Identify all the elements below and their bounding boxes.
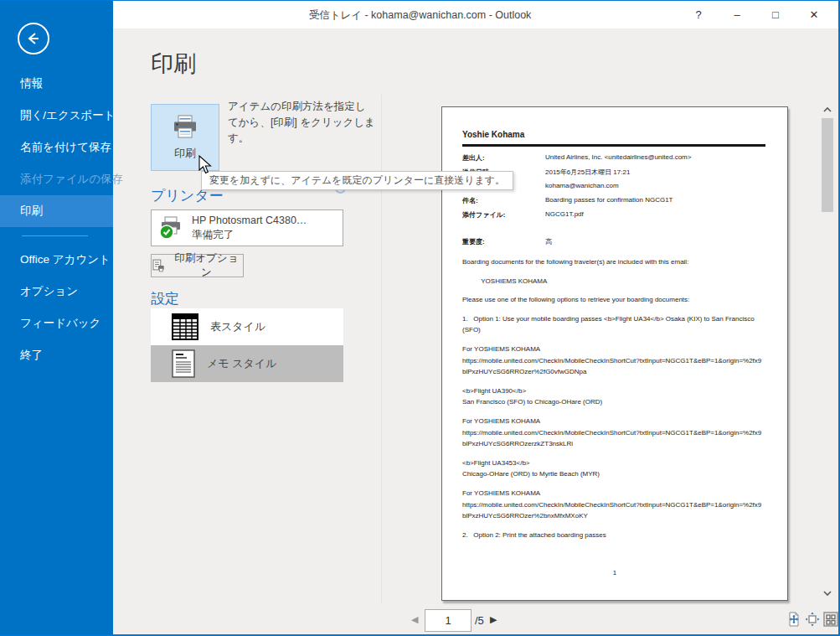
print-options-label: 印刷オプション	[170, 251, 243, 280]
print-tooltip: 変更を加えずに、アイテムを既定のプリンターに直接送ります。	[201, 171, 513, 190]
window-controls: ? – □ ✕	[679, 1, 833, 28]
close-button[interactable]: ✕	[795, 1, 833, 28]
mail-body-line: (SFO)	[462, 324, 770, 336]
mail-body-line: blPxzHUYcSG6RROzer%2fG0vfwGDNpa	[462, 366, 770, 378]
table-style-label: 表スタイル	[210, 319, 265, 334]
importance-value: 高	[545, 237, 552, 246]
memo-style-option[interactable]: メモ スタイル	[151, 345, 343, 382]
sidebar-item[interactable]: 印刷	[0, 195, 113, 227]
print-style-list: 表スタイル メモ スタイル	[151, 308, 343, 382]
mail-body-line: 1. Option 1: Use your mobile boarding pa…	[462, 313, 770, 325]
mail-body-line: blPxzHUYcSG6RROzer%2bnxMfxMXoKY	[462, 510, 770, 522]
mail-body-line	[462, 450, 770, 458]
sidebar-item[interactable]: 添付ファイルの保存	[0, 163, 113, 195]
minimize-button[interactable]: –	[718, 1, 756, 28]
scroll-up-icon[interactable]	[823, 106, 832, 113]
actual-size-button[interactable]	[786, 611, 802, 628]
preview-page-number: 1	[442, 569, 787, 577]
back-button[interactable]	[18, 23, 49, 54]
outlook-backstage-window: 受信トレイ - kohama@wanichan.com - Outlook ? …	[0, 0, 840, 636]
sidebar-item[interactable]: Office アカウント	[0, 244, 113, 276]
print-description: アイテムの印刷方法を指定し てから、[印刷] をクリックしま す。	[228, 99, 375, 147]
help-button[interactable]: ?	[679, 1, 718, 28]
backstage-sidebar: 情報 開く/エクスポート 名前を付けて保存 添付ファイルの保存 印刷 Offic…	[0, 1, 113, 634]
table-style-option[interactable]: 表スタイル	[151, 308, 343, 345]
scrollbar-thumb[interactable]	[822, 118, 833, 212]
memo-style-label: メモ スタイル	[207, 356, 276, 371]
preview-mail-body: Boarding documents for the following tra…	[462, 256, 770, 540]
sidebar-item[interactable]: フィードバック	[0, 308, 113, 339]
mail-body-line	[462, 522, 770, 530]
print-options-button[interactable]: 印刷オプション	[151, 254, 244, 277]
next-page-button[interactable]: ▶	[490, 614, 497, 625]
page-title: 印刷	[151, 49, 196, 79]
mail-body-line	[462, 287, 770, 294]
printer-status: 準備完了	[192, 228, 307, 242]
sidebar-item[interactable]: 開く/エクスポート	[0, 100, 113, 132]
preview-importance: 重要度: 高	[462, 153, 772, 251]
print-button-label: 印刷	[174, 146, 196, 161]
mail-body-line	[462, 378, 770, 385]
printer-name: HP Photosmart C4380…	[192, 215, 307, 226]
importance-label: 重要度:	[462, 237, 545, 246]
mail-body-line	[462, 480, 770, 488]
sidebar-item[interactable]	[0, 227, 113, 244]
print-options-icon	[152, 259, 165, 272]
fit-to-window-button[interactable]	[804, 611, 821, 628]
mail-body-line	[462, 268, 770, 276]
mail-body-line: 2. Option 2: Print the attached boarding…	[462, 530, 770, 541]
mouse-cursor	[198, 155, 217, 175]
printer-dropdown[interactable]: HP Photosmart C4380… 準備完了 ▼	[151, 209, 343, 246]
mail-body-line: For YOSHIEMS KOHAMA	[462, 416, 770, 427]
page-total-label: /5	[475, 614, 484, 627]
previous-page-button[interactable]: ◀	[411, 614, 418, 625]
maximize-button[interactable]: □	[756, 1, 795, 28]
sidebar-item[interactable]: オプション	[0, 276, 113, 308]
printer-small-icon	[159, 216, 184, 240]
mail-body-line: Please use one of the following options …	[462, 294, 770, 306]
printer-icon	[170, 114, 200, 141]
settings-section-heading: 設定	[151, 289, 179, 308]
mail-body-line: https://mobile.united.com/CheckIn/Mobile…	[462, 355, 770, 367]
mail-body-line: For YOSHIEMS KOHAMA	[462, 344, 770, 355]
sidebar-item[interactable]: 終了	[0, 339, 113, 371]
page-number-input[interactable]	[425, 609, 472, 632]
mail-body-line: San Francisco (SFO) to Chicago-OHare (OR…	[462, 396, 770, 408]
mail-body-line: <b>Flight UA390</b>	[462, 385, 770, 397]
sidebar-item[interactable]: 名前を付けて保存	[0, 132, 113, 163]
scroll-down-icon[interactable]	[823, 590, 832, 597]
mail-body-line: Boarding documents for the following tra…	[462, 256, 770, 268]
table-style-icon	[171, 313, 199, 341]
mail-body-line: blPxzHUYcSG6RROzerzkZT3nskLRi	[462, 438, 770, 450]
mail-body-line: <b>Flight UA3453</b>	[462, 458, 770, 469]
preview-sender-name: Yoshie Kohama	[462, 130, 524, 139]
preview-rule	[462, 144, 765, 147]
sidebar-nav: 情報 開く/エクスポート 名前を付けて保存 添付ファイルの保存 印刷 Offic…	[0, 68, 113, 371]
back-arrow-icon	[25, 30, 42, 47]
memo-style-icon	[171, 349, 196, 379]
mail-body-line: https://mobile.united.com/CheckIn/Mobile…	[462, 427, 770, 439]
multiple-pages-button[interactable]	[822, 611, 839, 628]
mail-body-line	[462, 408, 770, 416]
mail-body-line	[462, 336, 770, 344]
mail-body-line: YOSHIEMS KOHAMA	[462, 276, 770, 287]
mail-body-line	[462, 306, 770, 313]
sidebar-item[interactable]: 情報	[0, 68, 113, 100]
mail-body-line: https://mobile.united.com/CheckIn/Mobile…	[462, 499, 770, 511]
mail-body-line: For YOSHIEMS KOHAMA	[462, 488, 770, 499]
mail-body-line: Chicago-OHare (ORD) to Myrtle Beach (MYR…	[462, 468, 770, 480]
